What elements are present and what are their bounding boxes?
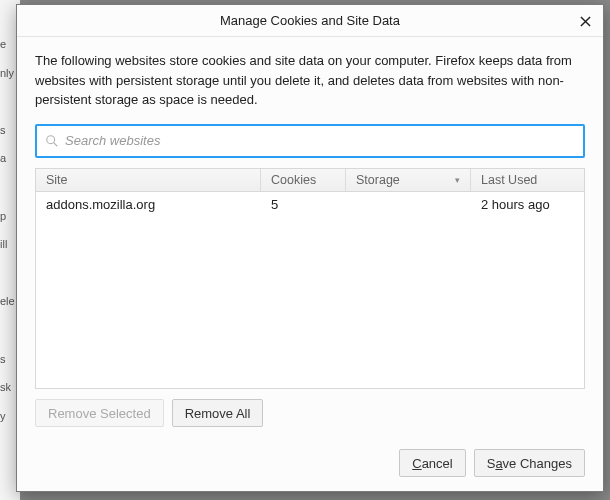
remove-all-button[interactable]: Remove All [172, 399, 264, 427]
cancel-button[interactable]: Cancel [399, 449, 465, 477]
svg-point-0 [47, 135, 55, 143]
button-label: Cancel [412, 456, 452, 471]
search-icon [45, 134, 59, 148]
remove-selected-button[interactable]: Remove Selected [35, 399, 164, 427]
button-label: Save Changes [487, 456, 572, 471]
close-icon [580, 16, 591, 27]
button-label: Remove All [185, 406, 251, 421]
table-header: Site Cookies Storage▾ Last Used [35, 168, 585, 192]
dialog-content: The following websites store cookies and… [17, 37, 603, 439]
cell-site: addons.mozilla.org [36, 197, 261, 212]
cell-cookies: 5 [261, 197, 346, 212]
table-body[interactable]: addons.mozilla.org 5 2 hours ago [35, 192, 585, 390]
dialog-description: The following websites store cookies and… [35, 51, 585, 110]
selection-actions: Remove Selected Remove All [35, 399, 585, 427]
column-header-cookies[interactable]: Cookies [261, 169, 346, 191]
cell-last-used: 2 hours ago [471, 197, 584, 212]
column-header-label: Site [46, 173, 68, 187]
column-header-last-used[interactable]: Last Used [471, 169, 584, 191]
dialog-title: Manage Cookies and Site Data [220, 13, 400, 28]
column-header-storage[interactable]: Storage▾ [346, 169, 471, 191]
manage-cookies-dialog: Manage Cookies and Site Data The followi… [16, 4, 604, 492]
save-changes-button[interactable]: Save Changes [474, 449, 585, 477]
dialog-footer: Cancel Save Changes [17, 439, 603, 491]
svg-line-1 [54, 142, 58, 146]
button-label: Remove Selected [48, 406, 151, 421]
column-header-label: Storage [356, 173, 400, 187]
table-row[interactable]: addons.mozilla.org 5 2 hours ago [36, 192, 584, 218]
dialog-titlebar: Manage Cookies and Site Data [17, 5, 603, 37]
search-input[interactable] [65, 133, 575, 148]
column-header-label: Last Used [481, 173, 537, 187]
column-header-label: Cookies [271, 173, 316, 187]
search-field[interactable] [35, 124, 585, 158]
close-button[interactable] [573, 9, 597, 33]
sort-indicator-icon: ▾ [455, 175, 460, 185]
column-header-site[interactable]: Site [36, 169, 261, 191]
